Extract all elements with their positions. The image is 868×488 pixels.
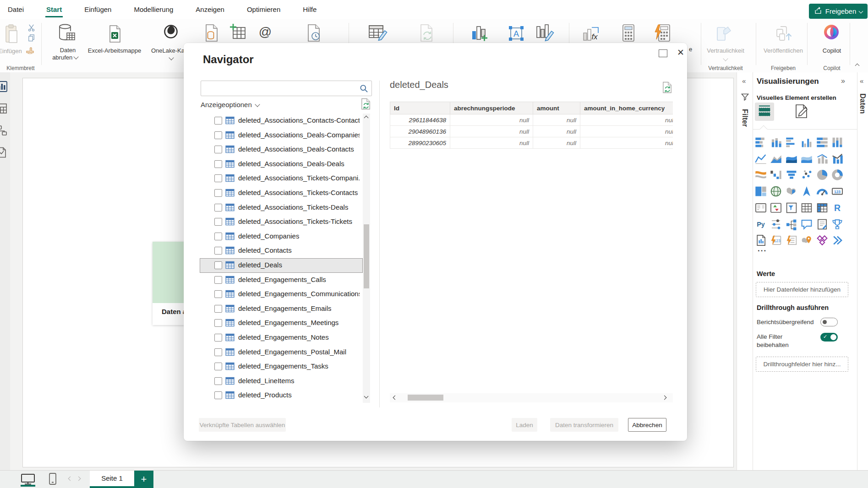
share-button[interactable]: Freigeben [809,4,868,19]
new-measure-icon[interactable]: fx [583,25,601,45]
column-header-amount-in-home-currency[interactable]: amount_in_home_currency [580,102,673,114]
get-data-icon[interactable] [58,23,76,46]
menu-item-hilfe[interactable]: Hilfe [302,0,317,19]
onelake-icon[interactable] [163,24,179,41]
dataverse-icon[interactable] [205,24,218,44]
treemap-icon[interactable] [755,185,767,197]
clustered-bar-chart-icon[interactable] [786,136,797,148]
data-pane-title[interactable]: Daten [858,93,867,114]
expand-filter-pane-icon[interactable] [742,77,746,85]
power-automate-icon[interactable] [786,234,797,246]
chevron-visual-icon[interactable] [831,234,843,246]
area-chart-icon[interactable] [770,153,782,165]
model-view-icon[interactable] [0,125,8,138]
line-chart-icon[interactable] [755,153,767,165]
table-row-deleted-associations-tickets-contacts[interactable]: deleted_Associations_Tickets-Contacts [200,186,363,201]
100-stacked-bar-chart-icon[interactable] [816,136,828,148]
card-icon[interactable]: 123 [831,185,843,197]
enter-data-icon[interactable] [229,23,246,43]
matrix-icon[interactable] [816,202,828,214]
r-script-visual-icon[interactable]: R [831,202,843,214]
table-checkbox[interactable] [214,348,222,356]
table-checkbox[interactable] [214,218,222,226]
line-and-clustered-column-chart-icon[interactable] [831,153,843,165]
map-icon[interactable] [770,185,782,197]
menu-item-einf-gen[interactable]: Einfügen [83,0,112,19]
waterfall-chart-icon[interactable] [770,169,782,181]
refresh-preview-icon[interactable] [662,81,672,95]
table-checkbox[interactable] [214,261,222,269]
decomposition-tree-icon[interactable] [786,218,797,230]
table-checkbox[interactable] [214,174,222,182]
mobile-layout-icon[interactable] [49,472,57,487]
excel-workbook-label[interactable]: Excel-Arbeitsmappe [78,47,151,54]
paste-button-label[interactable]: Einfügen [0,48,24,54]
100-stacked-area-chart-icon[interactable] [801,153,813,165]
diamond-visual-icon[interactable] [816,234,828,246]
recent-sources-icon[interactable]: @ [257,25,273,41]
donut-chart-icon[interactable] [831,169,843,181]
scroll-down-icon[interactable] [364,394,369,399]
cross-report-toggle[interactable] [820,318,838,326]
refresh-icon[interactable] [420,24,433,44]
transform-data-icon[interactable] [368,24,388,44]
smart-narrative-icon[interactable] [816,218,828,230]
stacked-area-chart-icon[interactable] [786,153,797,165]
column-header-id[interactable]: Id [390,102,450,114]
next-page-icon[interactable] [76,477,81,481]
copy-icon[interactable] [27,34,35,43]
table-row-deleted-engagements-calls[interactable]: deleted_Engagements_Calls [200,273,363,287]
pie-chart-icon[interactable] [816,169,828,181]
table-row-deleted-companies[interactable]: deleted_Companies [200,229,363,244]
metrics-icon[interactable] [831,218,843,230]
format-painter-icon[interactable] [26,47,34,56]
page-tab[interactable]: Seite 1 [90,471,134,488]
table-row-deleted-associations-tickets-tickets[interactable]: deleted_Associations_Tickets-Tickets [200,215,363,229]
publish-icon[interactable] [774,25,793,45]
table-row-deleted-associations-contacts-contacts[interactable]: deleted_Associations_Contacts-Contacts [200,114,363,128]
table-row-deleted-products[interactable]: deleted_Products [200,388,363,403]
filter-pane-title[interactable]: Filter [741,109,749,127]
table-checkbox[interactable] [214,305,222,313]
scatter-chart-icon[interactable] [801,169,813,181]
table-checkbox[interactable] [214,319,222,327]
copilot-icon[interactable] [823,24,840,42]
table-row-deleted-lineitems[interactable]: deleted_LineItems [200,374,363,389]
sensitivity-icon[interactable] [714,25,732,46]
scrollbar-thumb[interactable] [364,224,369,288]
table-row-deleted-engagements-postal-mail[interactable]: deleted_Engagements_Postal_Mail [200,345,363,360]
table-icon[interactable] [801,202,813,214]
table-row-deleted-engagements-notes[interactable]: deleted_Engagements_Notes [200,331,363,345]
table-checkbox[interactable] [214,117,222,125]
ribbon-chart-icon[interactable] [755,169,767,181]
slicer-icon[interactable] [786,202,797,214]
table-checkbox[interactable] [214,131,222,139]
transform-data-button[interactable]: Daten transformieren [550,418,618,432]
line-and-stacked-column-chart-icon[interactable] [816,153,828,165]
100-stacked-column-chart-icon[interactable] [831,136,843,148]
column-header-amount[interactable]: amount [533,102,580,114]
more-visuals-icon[interactable] [536,24,554,44]
stacked-bar-chart-icon[interactable] [755,136,767,148]
multi-row-card-icon[interactable] [755,202,767,214]
table-row-deleted-associations-deals-companies[interactable]: deleted_Associations_Deals-Companies [200,128,363,143]
display-options-dropdown[interactable]: Anzeigeoptionen [201,101,259,108]
table-view-icon[interactable] [0,103,8,116]
table-checkbox[interactable] [214,334,222,342]
table-list-scrollbar[interactable] [363,114,370,403]
more-visuals-button[interactable]: ... [758,244,767,254]
maximize-icon[interactable] [659,49,667,57]
menu-item-modellierung[interactable]: Modellierung [133,0,174,19]
expand-data-pane-icon[interactable] [860,77,863,85]
collapse-visualizations-icon[interactable] [841,77,845,85]
table-row-deleted-associations-tickets-compani[interactable]: deleted_Associations_Tickets-Compani... [200,171,363,186]
scrollbar-thumb[interactable] [408,395,443,401]
stacked-column-chart-icon[interactable] [770,136,782,148]
menu-item-anzeigen[interactable]: Anzeigen [195,0,225,19]
report-view-icon[interactable] [0,81,8,94]
table-checkbox[interactable] [214,391,222,399]
table-checkbox[interactable] [214,290,222,298]
table-row-deleted-associations-deals-contacts[interactable]: deleted_Associations_Deals-Contacts [200,142,363,157]
scroll-up-icon[interactable] [364,116,369,120]
scroll-left-icon[interactable] [393,396,398,400]
